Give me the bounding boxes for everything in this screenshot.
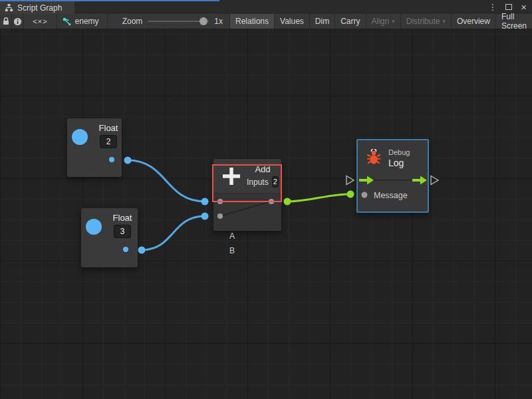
tab-script-graph[interactable]: Script Graph (0, 1, 74, 14)
plus-icon (221, 166, 241, 186)
zoom-label: Zoom (122, 17, 143, 26)
zoom-slider[interactable] (148, 21, 209, 22)
inputs-label: Inputs (247, 178, 269, 187)
wire-endpoint[interactable] (124, 157, 132, 164)
message-port-label: Message (374, 191, 408, 200)
zoom-control: Zoom 1x (108, 14, 229, 29)
add-output-port[interactable] (269, 199, 274, 204)
graph-asset-icon (63, 17, 71, 26)
lock-icon (2, 17, 10, 26)
edit-source-button[interactable]: <×> (24, 14, 57, 29)
graph-name-label: enemy (75, 17, 99, 26)
node-float-2[interactable]: Float 2 (67, 118, 122, 177)
graph-reference[interactable]: enemy (57, 14, 108, 29)
lock-button[interactable] (0, 14, 12, 29)
graph-hierarchy-icon (5, 3, 13, 12)
chevron-down-icon: ▾ (392, 18, 395, 25)
port-a-label: A (229, 231, 235, 241)
align-dropdown[interactable]: Align ▾ (366, 14, 400, 29)
add-port-a[interactable] (217, 199, 223, 204)
port-b-label: B (229, 246, 235, 255)
node-debug-log[interactable]: Debug Log Message (356, 139, 429, 213)
bug-icon (365, 148, 382, 166)
wire-endpoint[interactable] (201, 213, 209, 220)
inspect-button[interactable] (12, 14, 24, 29)
node-title: Float (110, 213, 134, 223)
float-input-port[interactable] (86, 219, 102, 235)
float-value-field[interactable]: 3 (114, 225, 131, 238)
message-port[interactable] (362, 192, 368, 198)
info-icon (13, 17, 22, 26)
carry-button[interactable]: Carry (334, 14, 365, 29)
node-float-3[interactable]: Float 3 (81, 208, 138, 267)
graph-toolbar: <×> enemy Zoom 1x Relations Values (0, 14, 532, 29)
node-title: Add (247, 164, 279, 174)
add-port-b[interactable] (217, 213, 223, 219)
titlebar: Script Graph ⋮ × (0, 0, 532, 14)
inputs-count-field[interactable]: 2 (272, 176, 279, 188)
distribute-dropdown[interactable]: Distribute ▾ (400, 14, 451, 29)
graph-canvas[interactable]: Float 2 Float 3 Add Inputs (0, 29, 532, 399)
zoom-slider-handle[interactable] (200, 17, 207, 25)
float-input-port[interactable] (72, 129, 88, 145)
window-menu-icon[interactable]: ⋮ (488, 0, 497, 14)
chevron-down-icon: ▾ (442, 18, 446, 25)
node-title: Log (388, 158, 410, 168)
overview-button[interactable]: Overview (451, 14, 495, 29)
node-category: Debug (388, 148, 410, 156)
wire-endpoint[interactable] (138, 247, 146, 254)
fullscreen-button[interactable]: Full Screen (495, 14, 532, 29)
tab-label: Script Graph (17, 3, 62, 13)
wire-endpoint[interactable] (284, 198, 291, 205)
relations-button[interactable]: Relations (229, 14, 274, 29)
float-value-field[interactable]: 2 (100, 135, 117, 148)
toolbar-buttons: Relations Values Dim Carry Align ▾ Distr… (229, 14, 532, 29)
zoom-level-value: 1x (214, 17, 223, 26)
values-button[interactable]: Values (274, 14, 309, 29)
node-title: Float (96, 123, 120, 133)
wire-endpoint[interactable] (347, 191, 354, 198)
maximize-icon[interactable] (505, 4, 512, 10)
float-output-port[interactable] (123, 247, 128, 252)
wire-endpoint[interactable] (201, 198, 209, 205)
node-add[interactable]: Add Inputs 2 A B (213, 159, 281, 231)
dim-button[interactable]: Dim (309, 14, 334, 29)
float-output-port[interactable] (109, 157, 114, 162)
script-graph-window: Script Graph ⋮ × <×> (0, 0, 532, 399)
